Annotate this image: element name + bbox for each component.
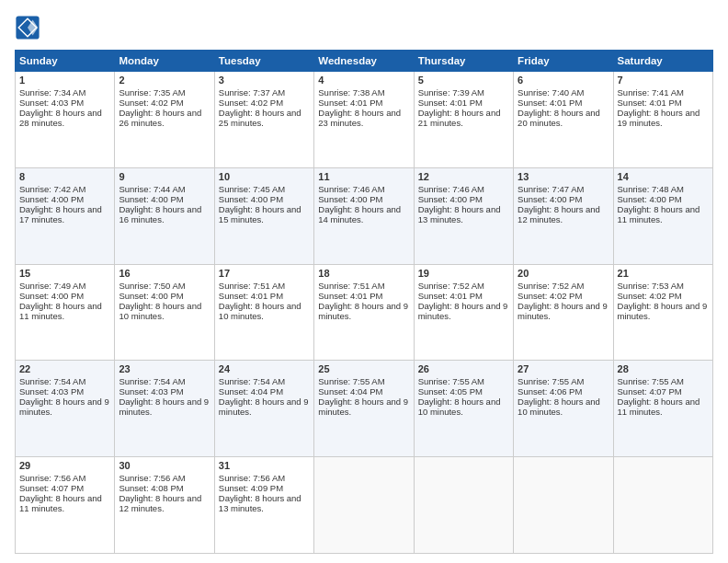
day-cell: 10Sunrise: 7:45 AMSunset: 4:00 PMDayligh… [214,167,313,264]
day-number: 24 [219,363,310,374]
day-number: 27 [518,363,609,374]
daylight-text: Daylight: 8 hours and 28 minutes. [19,108,102,128]
day-cell [414,457,513,554]
sunrise-text: Sunrise: 7:45 AM [219,184,285,194]
sunset-text: Sunset: 4:00 PM [418,194,483,204]
sunset-text: Sunset: 4:00 PM [318,194,382,204]
daylight-text: Daylight: 8 hours and 12 minutes. [518,204,600,224]
sunset-text: Sunset: 4:01 PM [318,98,382,108]
day-number: 8 [19,171,110,182]
day-cell: 16Sunrise: 7:50 AMSunset: 4:00 PMDayligh… [115,264,214,361]
sunrise-text: Sunrise: 7:38 AM [318,87,384,98]
day-cell: 9Sunrise: 7:44 AMSunset: 4:00 PMDaylight… [115,167,214,264]
col-header-tuesday: Tuesday [214,51,313,72]
day-cell: 23Sunrise: 7:54 AMSunset: 4:03 PMDayligh… [115,361,214,457]
sunset-text: Sunset: 4:02 PM [219,98,283,108]
daylight-text: Daylight: 8 hours and 11 minutes. [19,301,102,321]
day-number: 3 [219,75,310,86]
sunset-text: Sunset: 4:00 PM [119,291,183,301]
sunset-text: Sunset: 4:09 PM [219,483,283,493]
daylight-text: Daylight: 8 hours and 10 minutes. [219,301,301,321]
sunrise-text: Sunrise: 7:51 AM [219,281,285,291]
sunrise-text: Sunrise: 7:53 AM [618,281,684,291]
sunrise-text: Sunrise: 7:55 AM [318,376,384,386]
daylight-text: Daylight: 8 hours and 9 minutes. [418,301,508,321]
day-cell: 25Sunrise: 7:55 AMSunset: 4:04 PMDayligh… [314,361,414,457]
daylight-text: Daylight: 8 hours and 9 minutes. [19,396,109,417]
sunset-text: Sunset: 4:01 PM [219,291,283,301]
day-cell: 31Sunrise: 7:56 AMSunset: 4:09 PMDayligh… [214,457,313,554]
day-number: 9 [119,171,210,182]
daylight-text: Daylight: 8 hours and 20 minutes. [518,108,600,128]
day-cell [613,457,712,554]
day-cell: 3Sunrise: 7:37 AMSunset: 4:02 PMDaylight… [214,72,313,168]
sunset-text: Sunset: 4:01 PM [318,291,382,301]
col-header-friday: Friday [514,51,613,72]
daylight-text: Daylight: 8 hours and 26 minutes. [119,108,201,128]
daylight-text: Daylight: 8 hours and 10 minutes. [119,301,201,321]
day-cell: 26Sunrise: 7:55 AMSunset: 4:05 PMDayligh… [414,361,513,457]
sunrise-text: Sunrise: 7:48 AM [618,184,684,194]
logo-icon [15,15,40,40]
daylight-text: Daylight: 8 hours and 15 minutes. [219,204,301,224]
sunrise-text: Sunrise: 7:54 AM [19,376,85,386]
sunset-text: Sunset: 4:07 PM [618,386,682,396]
day-cell: 20Sunrise: 7:52 AMSunset: 4:02 PMDayligh… [514,264,613,361]
daylight-text: Daylight: 8 hours and 23 minutes. [318,108,401,128]
sunset-text: Sunset: 4:01 PM [618,98,682,108]
day-number: 18 [318,268,409,279]
day-cell: 24Sunrise: 7:54 AMSunset: 4:04 PMDayligh… [214,361,313,457]
daylight-text: Daylight: 8 hours and 9 minutes. [318,301,408,321]
day-cell: 30Sunrise: 7:56 AMSunset: 4:08 PMDayligh… [115,457,214,554]
sunrise-text: Sunrise: 7:46 AM [318,184,384,194]
daylight-text: Daylight: 8 hours and 11 minutes. [19,493,102,513]
daylight-text: Daylight: 8 hours and 9 minutes. [219,396,309,417]
sunset-text: Sunset: 4:08 PM [119,483,183,493]
col-header-saturday: Saturday [613,51,712,72]
day-cell: 27Sunrise: 7:55 AMSunset: 4:06 PMDayligh… [514,361,613,457]
week-row-1: 1Sunrise: 7:34 AMSunset: 4:03 PMDaylight… [16,72,713,168]
day-number: 16 [119,268,210,279]
daylight-text: Daylight: 8 hours and 12 minutes. [119,493,201,513]
day-number: 1 [19,75,110,86]
day-cell: 4Sunrise: 7:38 AMSunset: 4:01 PMDaylight… [314,72,414,168]
day-cell: 8Sunrise: 7:42 AMSunset: 4:00 PMDaylight… [16,167,115,264]
day-cell: 11Sunrise: 7:46 AMSunset: 4:00 PMDayligh… [314,167,414,264]
sunrise-text: Sunrise: 7:54 AM [219,376,285,386]
sunrise-text: Sunrise: 7:56 AM [119,473,185,483]
day-number: 30 [119,460,210,471]
day-number: 26 [418,363,509,374]
sunrise-text: Sunrise: 7:55 AM [518,376,584,386]
daylight-text: Daylight: 8 hours and 10 minutes. [418,396,501,417]
daylight-text: Daylight: 8 hours and 11 minutes. [618,396,700,417]
day-number: 5 [418,75,509,86]
day-number: 29 [19,460,110,471]
sunrise-text: Sunrise: 7:55 AM [418,376,484,386]
week-row-3: 15Sunrise: 7:49 AMSunset: 4:00 PMDayligh… [16,264,713,361]
day-cell: 7Sunrise: 7:41 AMSunset: 4:01 PMDaylight… [613,72,712,168]
daylight-text: Daylight: 8 hours and 11 minutes. [618,204,700,224]
day-number: 2 [119,75,210,86]
daylight-text: Daylight: 8 hours and 21 minutes. [418,108,501,128]
sunrise-text: Sunrise: 7:46 AM [418,184,484,194]
sunset-text: Sunset: 4:07 PM [19,483,84,493]
daylight-text: Daylight: 8 hours and 9 minutes. [318,396,408,417]
day-cell: 29Sunrise: 7:56 AMSunset: 4:07 PMDayligh… [16,457,115,554]
day-number: 22 [19,363,110,374]
day-number: 6 [518,75,609,86]
sunrise-text: Sunrise: 7:44 AM [119,184,185,194]
sunrise-text: Sunrise: 7:40 AM [518,87,584,98]
day-number: 20 [518,268,609,279]
col-header-wednesday: Wednesday [314,51,414,72]
logo [15,15,44,40]
sunset-text: Sunset: 4:00 PM [618,194,682,204]
day-cell: 2Sunrise: 7:35 AMSunset: 4:02 PMDaylight… [115,72,214,168]
sunset-text: Sunset: 4:00 PM [19,194,84,204]
sunrise-text: Sunrise: 7:49 AM [19,281,85,291]
daylight-text: Daylight: 8 hours and 14 minutes. [318,204,401,224]
sunset-text: Sunset: 4:05 PM [418,386,483,396]
sunset-text: Sunset: 4:02 PM [618,291,682,301]
day-number: 25 [318,363,409,374]
day-cell: 17Sunrise: 7:51 AMSunset: 4:01 PMDayligh… [214,264,313,361]
day-number: 14 [618,171,709,182]
